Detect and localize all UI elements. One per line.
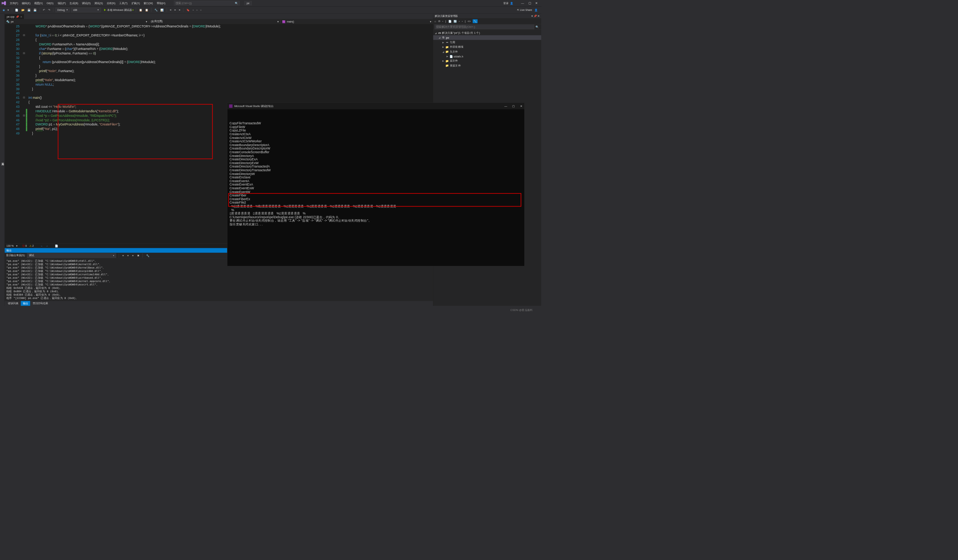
save-icon[interactable]: 💾 [27,8,32,12]
tb-icon-4[interactable]: 📊 [160,8,165,12]
tb-icon-9[interactable]: ▫ [192,8,194,12]
save-all-icon[interactable]: 💾 [33,8,38,12]
nav-fwd-icon[interactable]: ▾ [7,8,10,12]
console-maximize-icon[interactable]: ▢ [512,104,515,108]
solution-explorer-title: 解决方案资源管理器 [435,14,458,18]
tb-icon-11[interactable]: ▫ [200,8,202,12]
toolbox-rail[interactable]: 工具箱 [0,14,5,306]
tab-label: pe.cpp [7,16,14,18]
window-close-icon[interactable]: ✕ [535,2,538,5]
config-combo[interactable]: Debug▼ [55,8,70,12]
output-icon-1[interactable]: ≡ [121,253,124,257]
sol-refresh-icon[interactable]: 🔄 [454,19,457,22]
undo-icon[interactable]: ↶ [42,8,46,12]
nav-prev-icon[interactable]: ← [41,245,43,247]
sol-tb-icon3[interactable]: 📄 [448,19,451,22]
tb-icon-1[interactable]: 📋 [138,8,143,12]
tree-headers[interactable]: ◢📁头文件 [433,49,542,54]
sol-tb-icon2[interactable]: ▫ [443,19,443,22]
feedback-icon[interactable]: 👤 [535,9,538,12]
btab-find[interactable]: 查找符号结果 [30,301,50,306]
tb-icon-10[interactable]: ▫ [196,8,198,12]
solution-tree[interactable]: ◢🗃解决方案"pe"(1 个项目/共 1 个) ◢⧉pe ▶▪▪引用 ▶📁外部依… [433,30,542,69]
menu-debug[interactable]: 调试(D) [81,0,92,6]
nav-member[interactable]: 🟪 main()▾ [281,20,433,23]
login-link[interactable]: 登录 👤 [503,2,513,5]
open-icon[interactable]: 📂 [20,8,25,12]
btab-errors[interactable]: 错误列表 [6,301,20,306]
menu-window[interactable]: 窗口(W) [142,0,155,6]
tree-source[interactable]: ▶📁源文件 [433,59,542,63]
liveshare-button[interactable]: ⇱ Live Share [517,9,532,12]
nav-scope[interactable]: 🔩 pe▾ [5,20,149,23]
console-body[interactable]: CopyFileTransactedW CopyFileW CopyLZFile… [227,109,524,266]
tree-resource[interactable]: 📁资源文件 [433,63,542,68]
tab-close-icon[interactable]: ✕ [20,16,22,18]
sol-tb-icon5[interactable]: ▫ [462,19,463,22]
tree-stdafx[interactable]: ▶📄stdafx.h [433,54,542,59]
nav-next-icon[interactable]: → [46,245,49,247]
tb-icon-8[interactable]: 🔖 [186,8,190,12]
tree-project[interactable]: ◢⧉pe [433,35,542,40]
menu-view[interactable]: 视图(V) [33,0,45,6]
sol-tb-icon6[interactable]: <> [468,19,471,22]
tb-icon-7[interactable]: ≡ [178,8,181,12]
start-debug-button[interactable]: ▶ 本地 Windows 调试器 ▾ [104,8,133,12]
search-input[interactable] [176,2,231,5]
search-box[interactable]: 🔍 [174,1,240,5]
sol-home-icon[interactable]: ⌂ [435,19,436,22]
output-from-combo[interactable]: 调试▾ [27,253,116,258]
redo-icon[interactable]: ↷ [47,8,51,12]
tree-references[interactable]: ▶▪▪引用 [433,40,542,44]
console-titlebar[interactable]: Microsoft Visual Studio 调试控制台 — ▢ ✕ [227,103,524,109]
menu-test[interactable]: 测试(S) [93,0,105,6]
status-icon[interactable]: 📄 [55,245,58,247]
sol-close-icon[interactable]: ✕ [538,14,540,17]
sol-tb-icon4[interactable]: ▫ [459,19,460,22]
zoom-level[interactable]: 130 % [6,245,14,247]
menu-build[interactable]: 生成(B) [68,0,80,6]
console-close-icon[interactable]: ✕ [520,104,522,108]
menu-analyze[interactable]: 分析(N) [105,0,117,6]
tab-pin-icon[interactable]: 📌 [16,16,19,18]
sol-tb-icon[interactable]: ⟳ [438,19,441,22]
menu-help[interactable]: 帮助(H) [155,0,167,6]
platform-combo[interactable]: x86▼ [71,8,101,12]
nav-back-icon[interactable]: ◉ [2,8,6,12]
menu-project[interactable]: 项目(P) [56,0,68,6]
tab-pe-cpp[interactable]: pe.cpp 📌 ✕ [5,14,24,19]
tb-icon-6[interactable]: ≡ [174,8,177,12]
output-clear-icon[interactable]: ✖ [136,253,140,257]
window-restore-icon[interactable]: ▢ [528,2,531,5]
error-count: 0 [25,244,27,247]
nav-funcscope[interactable]: (全局范围)▾ [149,20,281,24]
output-icon-3[interactable]: ≡ [131,253,134,257]
bottom-tabstrip: 错误列表 输出 查找符号结果 [5,301,433,306]
console-minimize-icon[interactable]: — [504,104,507,108]
sol-dropdown-icon[interactable]: ▾ [531,14,533,17]
window-minimize-icon[interactable]: — [521,2,524,5]
btab-output[interactable]: 输出 [21,301,30,306]
output-icon-4[interactable]: 🔧 [146,253,150,257]
menu-file[interactable]: 文件(F) [8,0,19,6]
solution-search: 🔍 [433,24,542,30]
solution-search-input[interactable] [435,25,535,29]
sol-props-icon[interactable]: 🔧 [473,19,478,23]
menu-edit[interactable]: 编辑(E) [20,0,32,6]
tb-icon-5[interactable]: ≡ [169,8,172,12]
tree-external[interactable]: ▶📁外部依赖项 [433,45,542,49]
menu-tools[interactable]: 工具(T) [117,0,129,6]
new-item-icon[interactable]: 📄 [14,8,19,12]
error-count-icon[interactable]: ⓧ [22,244,25,247]
editor-tabstrip: pe.cpp 📌 ✕ [5,14,433,19]
tb-icon-3[interactable]: 🔧 [154,8,159,12]
solution-toolbar: ⌂ ⟳ ▫ | 📄 🔄 ▫ ▫ | <> 🔧 [433,18,542,24]
sol-pin-icon[interactable]: 📌 [534,14,537,17]
tree-solution-root[interactable]: ◢🗃解决方案"pe"(1 个项目/共 1 个) [433,30,542,35]
menu-git[interactable]: Git(G) [45,1,55,5]
menu-extensions[interactable]: 扩展(X) [130,0,142,6]
menu-bar: 文件(F) 编辑(E) 视图(V) Git(G) 项目(P) 生成(B) 调试(… [0,0,541,6]
tb-icon-2[interactable]: 📋 [144,8,149,12]
warn-count-icon[interactable]: ⚠ [29,245,32,247]
output-icon-2[interactable]: ≡ [126,253,129,257]
